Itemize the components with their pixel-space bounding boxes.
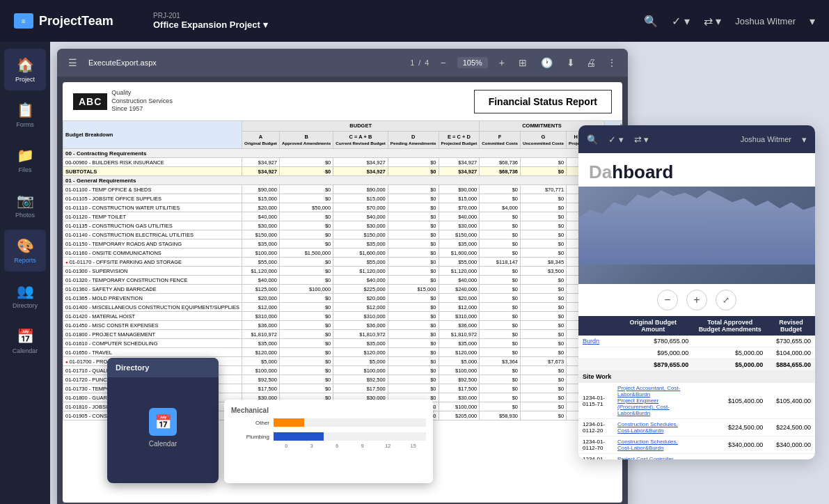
calendar-icon-large: 📅 xyxy=(149,408,177,436)
site-image xyxy=(578,187,815,284)
sidebar-item-reports[interactable]: 🎨 Reports xyxy=(4,230,46,271)
company-info: Quality Construction Services Since 1957 xyxy=(111,89,173,113)
calendar-label: Calendar xyxy=(149,440,177,448)
logo-icon: ≡ xyxy=(14,13,33,29)
table-row: 01-01120 - TEMP TOILET$40,000$0$40,000$0… xyxy=(63,212,623,221)
bar-plumbing xyxy=(274,432,324,441)
table-row: 01-01140 - CONSTRUCTION ELECTRICAL UTILI… xyxy=(63,230,623,239)
chart-row-plumbing: Plumbing xyxy=(231,432,426,441)
sidebar: 🏠 Project 📋 Forms 📁 Files 📷 Photos 🎨 Rep… xyxy=(0,42,50,504)
sidebar-item-calendar[interactable]: 📅 Calendar xyxy=(4,320,46,362)
user-name: Joshua Witmer xyxy=(735,16,796,26)
zoom-controls: − + ⤢ xyxy=(578,284,815,316)
shuffle-icon-dash[interactable]: ⇄ ▾ xyxy=(634,134,649,145)
sidebar-item-forms[interactable]: 📋 Forms xyxy=(4,94,46,136)
search-icon-dash[interactable]: 🔍 xyxy=(587,134,598,145)
col-breakdown: Budget Breakdown xyxy=(63,121,242,149)
project-id: PRJ-201 xyxy=(153,12,268,19)
zoom-in-button[interactable]: + xyxy=(496,56,507,70)
link-cell[interactable]: Construction Schedules, Cost-Labor&Burdn xyxy=(613,419,693,436)
table-row: 01-01110 - CONSTRUCTION WATER UTILITIES$… xyxy=(63,203,623,212)
bar-label-plumbing: Plumbing xyxy=(231,434,269,440)
user-chevron[interactable]: ▾ xyxy=(810,15,815,28)
subtotal-row: $879,655.00 $5,000.00 $884,655.00 xyxy=(578,359,815,371)
table-row: 1234-01-0112-70 Project Cost Controller,… xyxy=(578,454,815,460)
share-button[interactable]: ⤢ xyxy=(716,290,736,310)
sidebar-item-directory[interactable]: 👥 Directory xyxy=(4,275,46,317)
project-info: PRJ-201 Office Expansion Project ▾ xyxy=(153,12,268,30)
zoom-plus-button[interactable]: + xyxy=(686,290,707,310)
col-e: E = C + DProjected Budget xyxy=(439,131,480,148)
doc-toolbar: ☰ ExecuteExport.aspx 1 / 4 − 105% + ⊞ 🕐 … xyxy=(57,49,628,77)
download-button[interactable]: ⬇ xyxy=(564,56,578,70)
main-layout: 🏠 Project 📋 Forms 📁 Files 📷 Photos 🎨 Rep… xyxy=(0,42,829,504)
col-g: GUncommitted Costs xyxy=(521,131,567,148)
sidebar-item-project[interactable]: 🏠 Project xyxy=(4,49,46,90)
directory-icon: 👥 xyxy=(17,283,34,299)
chart-axis: 0 3 6 9 12 15 xyxy=(231,443,426,448)
calendar-icon: 📅 xyxy=(17,328,34,345)
report-header: ABC Quality Construction Services Since … xyxy=(63,82,622,117)
history-button[interactable]: 🕐 xyxy=(538,56,555,70)
company-logo: ABC Quality Construction Services Since … xyxy=(73,89,173,113)
table-row: 01-01420 - MATERIAL HOIST$310,000$0$310,… xyxy=(63,312,623,321)
link-cell[interactable]: Project Accountant, Cost-Labor&BurdnProj… xyxy=(613,383,693,419)
section-01-header: 01 - General Requirements xyxy=(63,176,623,185)
menu-button[interactable]: ☰ xyxy=(65,56,80,70)
home-icon: 🏠 xyxy=(17,56,34,73)
check-icon-dash[interactable]: ✓ ▾ xyxy=(608,134,624,145)
chart-bars: Other Plumbing xyxy=(231,418,426,441)
bar-wrap-other xyxy=(274,418,426,427)
shuffle-icon[interactable]: ⇄ ▾ xyxy=(704,15,721,28)
table-row: 1234-01-0112-70 Construction Schedules, … xyxy=(578,436,815,454)
zoom-minus-button[interactable]: − xyxy=(657,290,678,310)
col-budget-group: BUDGET xyxy=(242,121,480,132)
more-button[interactable]: ⋮ xyxy=(604,56,619,70)
sidebar-item-files[interactable]: 📁 Files xyxy=(4,139,46,181)
reports-icon: 🎨 xyxy=(17,237,34,254)
files-icon: 📁 xyxy=(17,147,34,164)
sidebar-label-project: Project xyxy=(15,76,35,83)
link-cell[interactable]: Project Cost Controller, Cost-Labor&Burd… xyxy=(613,454,693,460)
col-d: DPending Amendments xyxy=(388,131,439,148)
chart-row-other: Other xyxy=(231,418,426,427)
check-icon[interactable]: ✓ ▾ xyxy=(672,15,689,28)
nav-icons: 🔍 ✓ ▾ ⇄ ▾ Joshua Witmer ▾ xyxy=(644,15,815,28)
dashboard-title: Dahboard xyxy=(578,153,815,187)
table-row: 1234-01-0115-71 Project Accountant, Cost… xyxy=(578,383,815,419)
page-total: 4 xyxy=(425,58,429,67)
table-row: 01-01650 - TRAVEL$120,000$0$120,000$0$12… xyxy=(63,348,623,357)
print-button[interactable]: 🖨 xyxy=(583,56,599,70)
directory-calendar-item[interactable]: 📅 Calendar xyxy=(107,377,219,478)
page-current: 1 xyxy=(410,58,414,67)
sidebar-label-files: Files xyxy=(18,166,31,173)
row-link[interactable]: Burdn xyxy=(578,336,613,347)
table-row: 01-01160 - ONSITE COMMUNICATIONS$100,000… xyxy=(63,249,623,258)
zoom-out-button[interactable]: − xyxy=(437,56,448,70)
chart-popup: Mechanical Other Plumbing 0 3 xyxy=(224,400,433,483)
sidebar-item-photos[interactable]: 📷 Photos xyxy=(4,184,46,226)
bar-label-other: Other xyxy=(231,420,269,426)
table-row: $95,000.00 $5,000.00 $104,000.00 xyxy=(578,347,815,359)
section-00-header: 00 - Contracting Requirements xyxy=(63,149,623,158)
subtotal-00: SUBTOTALS $34,927$0$34,927 $0$34,927 $68… xyxy=(63,167,623,176)
col-original: Original Budget Amount xyxy=(613,316,693,336)
bar-wrap-plumbing xyxy=(274,432,426,441)
table-row: 01-01610 - COMPUTER SCHEDULING$35,000$0$… xyxy=(63,339,623,348)
zoom-level: 105% xyxy=(457,57,488,68)
dashboard-card: 🔍 ✓ ▾ ⇄ ▾ Joshua Witmer ▾ Dahboard − + ⤢ xyxy=(578,125,815,459)
table-row: Burdn $780,655.00 $730,655.00 xyxy=(578,336,815,347)
directory-popup-header: Directory xyxy=(107,358,219,377)
col-revised: Revised Budget xyxy=(767,316,815,336)
dash-chevron[interactable]: ▾ xyxy=(802,134,807,145)
table-row: 01-01450 - MISC CONSTR EXPENSES$36,000$0… xyxy=(63,321,623,330)
search-icon[interactable]: 🔍 xyxy=(644,15,658,28)
table-row: 01-01400 - MISCELLANEOUS CONSTRUCTION EQ… xyxy=(63,303,623,312)
fit-button[interactable]: ⊞ xyxy=(516,56,530,70)
link-cell[interactable]: Construction Schedules, Cost-Labor&Burdn xyxy=(613,436,693,454)
table-row: 01-01365 - MOLD PREVENTION$20,000$0$20,0… xyxy=(63,294,623,303)
table-row: 01-01100 - TEMP OFFICE & SHEDS$90,000$0$… xyxy=(63,185,623,194)
table-row: 1234-01-0112-20 Construction Schedules, … xyxy=(578,419,815,436)
sidebar-label-directory: Directory xyxy=(13,302,38,309)
section-header-site: Site Work xyxy=(578,371,815,383)
